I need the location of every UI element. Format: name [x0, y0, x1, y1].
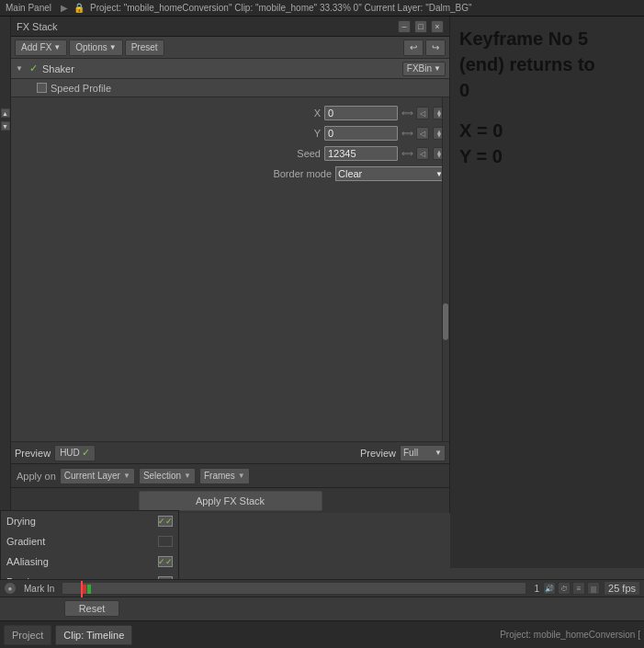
timeline-color-green	[87, 585, 91, 594]
y-input[interactable]	[324, 126, 398, 141]
undo-btn[interactable]: ↩	[403, 40, 424, 56]
shaker-expand-icon[interactable]: ▼	[15, 64, 24, 74]
fxbin-btn[interactable]: FXBin ▼	[402, 62, 446, 76]
border-mode-row: Border mode Clear ▼	[11, 164, 449, 184]
info-line2: (end) returns to	[459, 54, 595, 74]
y-double-arrow[interactable]: ⟺	[401, 129, 412, 138]
full-select[interactable]: Full ▼	[400, 445, 446, 461]
scroll-thumb[interactable]	[443, 303, 448, 340]
timeline-icon-2[interactable]: ⏱	[558, 582, 571, 595]
timeline-color-red	[83, 585, 86, 594]
timeline-circle-btn[interactable]: ●	[4, 582, 17, 595]
info-line4: X = 0	[459, 120, 503, 141]
seed-input[interactable]	[324, 146, 398, 161]
fx-minimize-btn[interactable]: –	[398, 20, 411, 33]
shaker-check-icon[interactable]: ✓	[28, 63, 39, 74]
info-text: Keyframe No 5 (end) returns to 0 X = 0 Y…	[459, 26, 635, 169]
effect-item-gradient: Gradient	[1, 531, 178, 551]
tab-project[interactable]: Project	[4, 625, 51, 645]
effect-item-aaliasing: AAliasing ✓	[1, 551, 178, 572]
effect-check-drying[interactable]: ✓	[158, 516, 173, 527]
speed-profile-checkbox[interactable]	[37, 83, 47, 93]
effect-check-aaliasing[interactable]: ✓	[158, 556, 173, 567]
preview-controls-row: Preview HUD ✓ Preview Full ▼	[11, 441, 449, 463]
effect-name-aaliasing: AAliasing	[6, 556, 153, 567]
fx-stack-title: FX Stack	[17, 21, 394, 32]
shaker-label: Shaker	[42, 63, 399, 74]
timeline-controls: 🔊 ⏱ ≡ |||	[543, 582, 600, 595]
speed-profile-label: Speed Profile	[51, 83, 111, 94]
frame-num-label: 1	[534, 584, 539, 594]
current-layer-select[interactable]: Current Layer ▼	[60, 468, 135, 484]
timeline-icon-3[interactable]: ≡	[572, 582, 585, 595]
apply-on-row: Apply on Current Layer ▼ Selection ▼ Fra…	[11, 463, 449, 487]
seed-label: Seed	[284, 148, 321, 159]
seed-param-row: Seed ⟺ ◁ ⧫	[11, 143, 449, 164]
timeline-track[interactable]	[62, 582, 526, 595]
preset-btn[interactable]: Preset	[125, 40, 164, 56]
timeline-lines-icon[interactable]: |||	[587, 582, 600, 595]
seed-left-icon[interactable]: ◁	[416, 147, 429, 160]
speed-profile-row: Speed Profile	[11, 79, 449, 97]
tab-clip-timeline[interactable]: Clip: Timeline	[55, 625, 132, 645]
effect-name-gradient: Gradient	[6, 536, 153, 547]
x-double-arrow[interactable]: ⟺	[401, 108, 412, 118]
timeline-ruler: ● Mark In 1 🔊 ⏱ ≡ ||| 25 fps	[0, 579, 644, 597]
reset-btn[interactable]: Reset	[64, 600, 119, 617]
options-btn[interactable]: Options ▼	[69, 40, 122, 56]
border-mode-select[interactable]: Clear ▼	[335, 166, 446, 181]
effect-name-drying: Drying	[6, 516, 153, 527]
edge-arrow-up[interactable]: ▲	[1, 108, 10, 118]
seed-double-arrow[interactable]: ⟺	[401, 149, 412, 158]
fx-toolbar: Add FX ▼ Options ▼ Preset ↩ ↪	[11, 37, 449, 59]
fx-stack-panel: FX Stack – □ × Add FX ▼ Options ▼ Preset…	[11, 17, 450, 513]
preview-right-label: Preview	[360, 448, 396, 459]
x-left-icon[interactable]: ◁	[416, 107, 429, 119]
effect-check-gradient[interactable]	[158, 536, 173, 547]
selection-select[interactable]: Selection ▼	[139, 468, 196, 484]
fx-maximize-btn[interactable]: □	[414, 20, 427, 33]
y-left-icon[interactable]: ◁	[416, 127, 429, 140]
fx-close-btn[interactable]: ×	[431, 20, 444, 33]
info-panel: Keyframe No 5 (end) returns to 0 X = 0 Y…	[450, 17, 644, 568]
fx-title-bar: FX Stack – □ ×	[11, 17, 449, 37]
add-fx-btn[interactable]: Add FX ▼	[15, 40, 67, 56]
y-param-row: Y ⟺ ◁ ⧫	[11, 123, 449, 143]
y-label: Y	[284, 128, 321, 139]
info-sub: X = 0 Y = 0	[459, 118, 635, 169]
shaker-row: ▼ ✓ Shaker FXBin ▼	[11, 59, 449, 79]
timeline-status-right: Project: mobile_homeConversion [	[500, 630, 640, 640]
hud-btn[interactable]: HUD ✓	[54, 445, 96, 461]
timeline-icon-1[interactable]: 🔊	[543, 582, 556, 595]
top-bar: Main Panel ▶ 🔒 Project: "mobile_homeConv…	[0, 0, 644, 17]
x-label: X	[284, 108, 321, 119]
effect-item-drying: Drying ✓	[1, 511, 178, 531]
apply-fx-stack-btn[interactable]: Apply FX Stack	[139, 491, 322, 511]
fps-display: 25 fps	[604, 581, 640, 596]
info-line5: Y = 0	[459, 146, 503, 166]
info-line3: 0	[459, 80, 469, 100]
preview-label: Preview	[15, 448, 51, 459]
x-input[interactable]	[324, 106, 398, 120]
border-mode-label: Border mode	[267, 168, 332, 179]
params-area: X ⟺ ◁ ⧫ Y ⟺ ◁ ⧫ Seed ⟺ ◁ ⧫ Border mode	[11, 97, 449, 441]
info-line1: Keyframe No 5	[459, 28, 588, 49]
x-param-row: X ⟺ ◁ ⧫	[11, 103, 449, 123]
left-edge-bar: ▲ ▼	[0, 17, 11, 531]
mark-in-label: Mark In	[24, 584, 54, 594]
lock-icon: 🔒	[73, 3, 85, 13]
vertical-scrollbar[interactable]	[442, 97, 449, 441]
timeline-bar: Project Clip: Timeline Project: mobile_h…	[0, 620, 644, 648]
edge-arrow-down[interactable]: ▼	[1, 121, 10, 131]
apply-on-label: Apply on	[17, 471, 56, 482]
project-info: Project: "mobile_homeConversion" Clip: "…	[90, 3, 472, 13]
redo-btn[interactable]: ↪	[425, 40, 446, 56]
apply-fx-row: Apply FX Stack	[11, 487, 449, 513]
frames-select[interactable]: Frames ▼	[199, 468, 250, 484]
main-panel-label: Main Panel	[6, 3, 51, 13]
